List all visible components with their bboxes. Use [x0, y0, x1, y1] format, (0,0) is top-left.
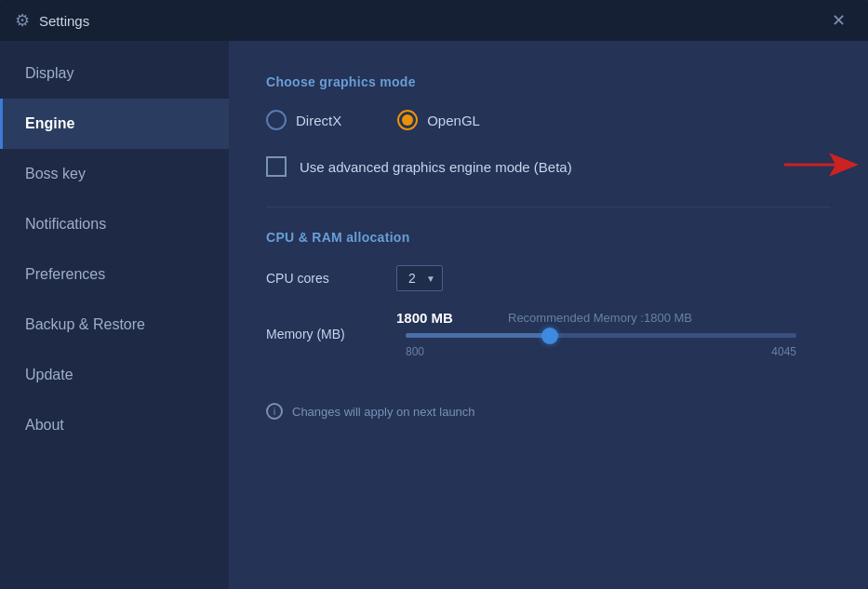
allocation-section-title: CPU & RAM allocation: [266, 230, 831, 245]
cpu-label: CPU cores: [266, 271, 396, 286]
arrow-indicator: [784, 150, 859, 183]
cpu-select[interactable]: 1 2 4 8: [396, 265, 443, 291]
sidebar-item-engine[interactable]: Engine: [0, 99, 229, 149]
sidebar-item-notifications[interactable]: Notifications: [0, 199, 229, 249]
graphics-section-title: Choose graphics mode: [266, 74, 831, 89]
gear-icon: ⚙: [15, 10, 30, 31]
memory-label: Memory (MB): [266, 327, 396, 341]
red-arrow-icon: [784, 150, 859, 180]
memory-value: 1800 MB: [396, 310, 471, 326]
slider-min-label: 800: [406, 345, 424, 358]
memory-slider-container: 800 4045: [396, 326, 806, 358]
footer-note: i Changes will apply on next launch: [266, 403, 831, 420]
memory-top: 1800 MB Recommended Memory :1800 MB: [396, 310, 806, 326]
memory-recommended: Recommended Memory :1800 MB: [508, 311, 692, 325]
advanced-mode-checkbox[interactable]: [266, 156, 287, 177]
memory-control: 1800 MB Recommended Memory :1800 MB 800 …: [396, 310, 806, 358]
directx-radio[interactable]: DirectX: [266, 110, 341, 130]
sidebar-item-display[interactable]: Display: [0, 48, 229, 99]
slider-thumb[interactable]: [541, 328, 558, 344]
sidebar-item-update[interactable]: Update: [0, 350, 229, 400]
opengl-radio[interactable]: OpenGL: [397, 110, 480, 130]
advanced-mode-label: Use advanced graphics engine mode (Beta): [300, 159, 572, 175]
slider-fill: [406, 333, 550, 338]
titlebar: ⚙ Settings ✕: [0, 0, 868, 41]
slider-labels: 800 4045: [406, 345, 796, 358]
info-icon: i: [266, 403, 283, 420]
sidebar-item-backup-restore[interactable]: Backup & Restore: [0, 300, 229, 350]
cpu-select-wrapper: 1 2 4 8: [396, 265, 443, 291]
memory-row: Memory (MB) 1800 MB Recommended Memory :…: [266, 310, 831, 358]
sidebar-item-boss-key[interactable]: Boss key: [0, 149, 229, 199]
window-title: Settings: [39, 13, 824, 29]
opengl-radio-circle[interactable]: [397, 110, 418, 130]
slider-track: [406, 333, 796, 338]
opengl-label: OpenGL: [427, 113, 480, 128]
footer-note-text: Changes will apply on next launch: [292, 405, 475, 419]
sidebar-item-preferences[interactable]: Preferences: [0, 249, 229, 300]
graphics-mode-row: DirectX OpenGL: [266, 110, 831, 130]
settings-window: ⚙ Settings ✕ Display Engine Boss key Not…: [0, 0, 868, 589]
sidebar-item-about[interactable]: About: [0, 400, 229, 450]
cpu-cores-row: CPU cores 1 2 4 8: [266, 265, 831, 291]
sidebar: Display Engine Boss key Notifications Pr…: [0, 41, 229, 589]
window-body: Display Engine Boss key Notifications Pr…: [0, 41, 868, 589]
svg-marker-0: [784, 153, 859, 177]
advanced-mode-row: Use advanced graphics engine mode (Beta): [266, 156, 831, 177]
directx-label: DirectX: [296, 113, 341, 128]
content-area: Choose graphics mode DirectX OpenGL Use …: [229, 41, 868, 589]
section-divider: [266, 207, 831, 207]
close-button[interactable]: ✕: [824, 7, 853, 34]
slider-max-label: 4045: [771, 345, 796, 358]
directx-radio-circle[interactable]: [266, 110, 287, 130]
